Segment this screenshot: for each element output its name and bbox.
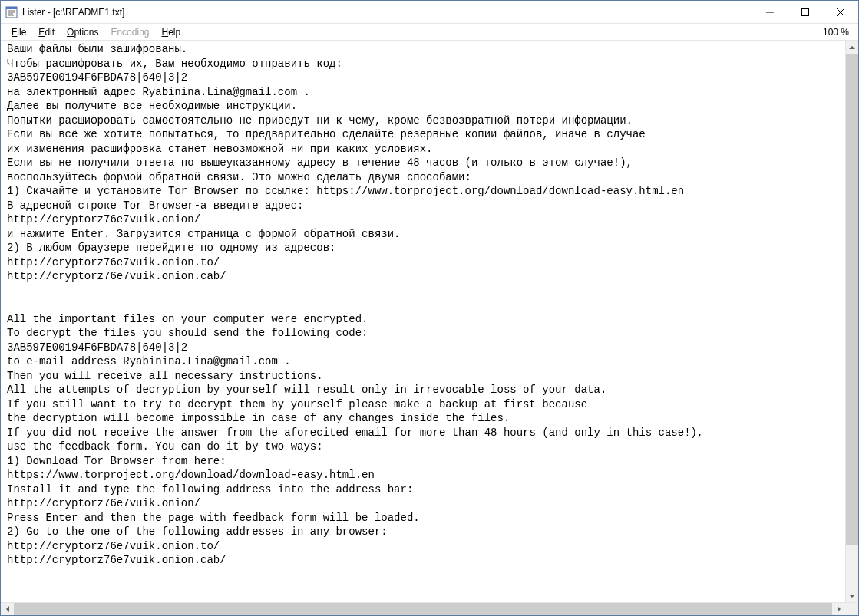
menu-help[interactable]: Help	[155, 25, 187, 39]
scroll-right-button[interactable]	[832, 603, 845, 615]
minimize-button[interactable]	[752, 1, 788, 23]
content-area: Ваши файлы были зашифрованы. Чтобы расши…	[1, 41, 858, 602]
svg-marker-10	[849, 46, 855, 49]
scroll-left-button[interactable]	[1, 603, 14, 615]
svg-marker-12	[6, 606, 9, 612]
horizontal-scrollbar[interactable]	[1, 602, 858, 615]
window-title: Lister - [c:\README1.txt]	[22, 7, 752, 18]
svg-marker-13	[838, 606, 841, 612]
menu-file[interactable]: File	[5, 25, 32, 39]
vertical-scrollbar[interactable]	[845, 41, 858, 602]
svg-marker-11	[849, 595, 855, 598]
scroll-corner	[845, 603, 858, 615]
zoom-display[interactable]: 100 %	[823, 27, 854, 38]
svg-rect-7	[802, 8, 809, 15]
svg-rect-1	[6, 7, 17, 9]
app-icon	[5, 6, 18, 18]
vertical-scroll-thumb[interactable]	[846, 54, 858, 545]
scroll-up-button[interactable]	[846, 41, 858, 54]
menu-edit[interactable]: Edit	[32, 25, 61, 39]
menubar: File Edit Options Encoding Help 100 %	[1, 24, 858, 41]
titlebar: Lister - [c:\README1.txt]	[1, 1, 858, 24]
maximize-button[interactable]	[788, 1, 823, 23]
horizontal-scroll-track[interactable]	[14, 603, 832, 615]
window-controls	[752, 1, 858, 23]
close-button[interactable]	[823, 1, 858, 23]
menu-encoding: Encoding	[104, 25, 155, 39]
menu-options[interactable]: Options	[61, 25, 104, 39]
scroll-down-button[interactable]	[846, 589, 858, 602]
text-content[interactable]: Ваши файлы были зашифрованы. Чтобы расши…	[1, 41, 845, 602]
horizontal-scroll-thumb[interactable]	[14, 603, 832, 615]
